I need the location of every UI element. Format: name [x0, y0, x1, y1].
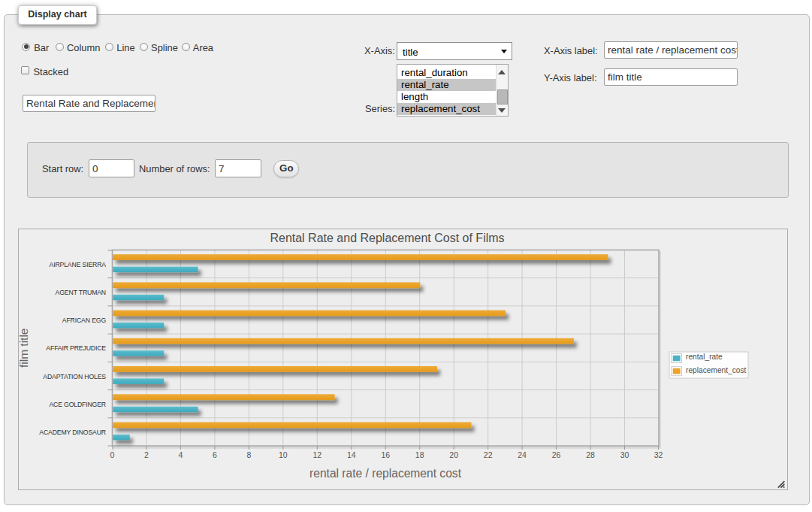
svg-text:22: 22 [484, 450, 493, 459]
svg-text:rental_rate: rental_rate [686, 353, 723, 361]
svg-text:2: 2 [144, 450, 149, 459]
svg-text:rental rate / replacement cost: rental rate / replacement cost [309, 467, 462, 480]
svg-text:0: 0 [110, 450, 115, 459]
svg-text:AFRICAN EGG: AFRICAN EGG [62, 317, 107, 324]
svg-text:16: 16 [381, 450, 390, 459]
svg-text:28: 28 [586, 450, 595, 459]
svg-text:32: 32 [654, 450, 663, 459]
svg-text:AGENT TRUMAN: AGENT TRUMAN [56, 289, 106, 296]
svg-text:8: 8 [246, 450, 251, 459]
svg-text:14: 14 [347, 450, 356, 459]
svg-text:6: 6 [213, 450, 217, 459]
svg-text:replacement_cost: replacement_cost [686, 366, 747, 374]
svg-text:20: 20 [449, 450, 458, 459]
svg-text:ACADEMY DINOSAUR: ACADEMY DINOSAUR [39, 429, 106, 436]
svg-text:Rental Rate and Replacement Co: Rental Rate and Replacement Cost of Film… [270, 232, 504, 244]
svg-text:18: 18 [415, 450, 424, 459]
svg-text:26: 26 [552, 450, 561, 459]
svg-text:24: 24 [518, 450, 527, 459]
svg-text:ADAPTATION HOLES: ADAPTATION HOLES [43, 373, 106, 380]
svg-text:AIRPLANE SIERRA: AIRPLANE SIERRA [50, 261, 107, 268]
svg-text:12: 12 [312, 450, 321, 459]
svg-text:4: 4 [178, 450, 183, 459]
svg-text:ACE GOLDFINGER: ACE GOLDFINGER [49, 401, 106, 408]
svg-text:film title: film title [19, 329, 30, 368]
svg-text:AFFAIR PREJUDICE: AFFAIR PREJUDICE [46, 344, 106, 352]
svg-text:30: 30 [620, 450, 629, 459]
svg-text:10: 10 [279, 450, 288, 459]
